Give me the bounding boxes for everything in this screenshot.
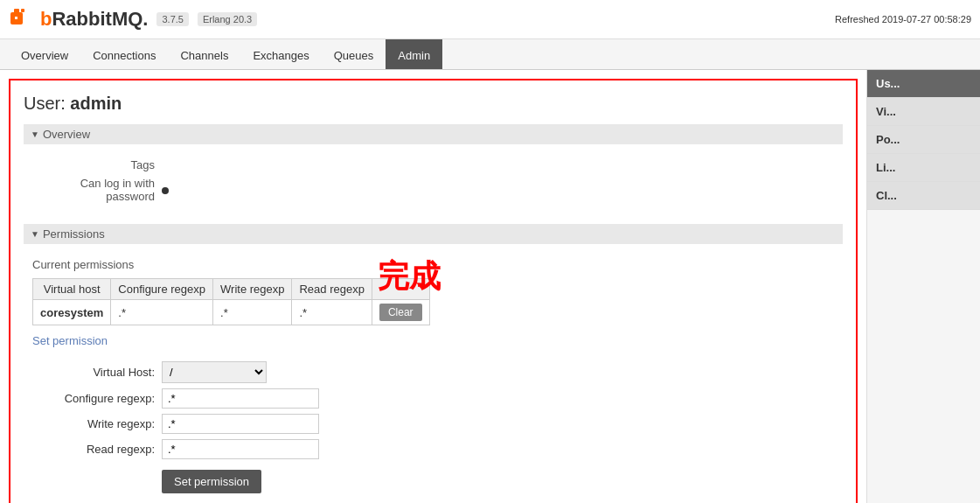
main-nav: Overview Connections Channels Exchanges …: [0, 39, 980, 70]
nav-channels[interactable]: Channels: [168, 39, 240, 69]
main-layout: User: admin ▼ Overview Tags Can log in w…: [0, 70, 980, 503]
version-badge: 3.7.5: [156, 12, 188, 26]
form-configure-row: Configure regexp:: [32, 388, 834, 409]
form-read-label: Read regexp:: [32, 443, 155, 456]
nav-admin[interactable]: Admin: [386, 39, 442, 69]
page-title-user: admin: [70, 94, 122, 113]
page-title: User: admin: [24, 94, 843, 114]
set-permission-form: Virtual Host: / Configure regexp: Write …: [24, 353, 843, 502]
nav-overview[interactable]: Overview: [9, 39, 80, 69]
set-permission-button[interactable]: Set permission: [162, 470, 261, 493]
overview-section-header[interactable]: ▼ Overview: [24, 124, 843, 144]
overview-section-label: Overview: [43, 128, 90, 141]
write-input[interactable]: [162, 414, 319, 434]
login-value: [162, 184, 169, 197]
nav-queues[interactable]: Queues: [322, 39, 386, 69]
clear-button[interactable]: Clear: [379, 304, 422, 321]
right-sidebar: Us... Vi... Po... Li... Cl...: [866, 70, 980, 503]
form-write-row: Write regexp:: [32, 414, 834, 434]
svg-rect-2: [21, 9, 24, 12]
login-dot-icon: [162, 187, 169, 194]
overview-arrow-icon: ▼: [31, 129, 39, 139]
form-write-label: Write regexp:: [32, 417, 155, 430]
permissions-section-header[interactable]: ▼ Permissions: [24, 224, 843, 244]
content-panel: User: admin ▼ Overview Tags Can log in w…: [9, 79, 858, 503]
page-title-prefix: User:: [24, 94, 66, 113]
logo-text: bRabbitMQ.: [40, 8, 148, 31]
row-configure: .*: [111, 300, 213, 325]
row-write: .*: [213, 300, 292, 325]
login-row: Can log in with password: [32, 177, 834, 203]
read-input[interactable]: [162, 439, 319, 459]
row-vhost: coresystem: [33, 300, 111, 325]
permissions-arrow-icon: ▼: [31, 229, 39, 239]
row-action: Clear: [372, 300, 429, 325]
permissions-table: Virtual host Configure regexp Write rege…: [32, 278, 430, 325]
sidebar-item-vi[interactable]: Vi...: [867, 98, 980, 126]
logo-b: b: [40, 8, 52, 30]
form-vhost-label: Virtual Host:: [32, 366, 155, 379]
form-configure-label: Configure regexp:: [32, 392, 155, 405]
set-permission-link[interactable]: Set permission: [32, 334, 834, 347]
nav-exchanges[interactable]: Exchanges: [240, 39, 321, 69]
sidebar-item-li[interactable]: Li...: [867, 154, 980, 182]
svg-rect-1: [14, 9, 19, 14]
erlang-badge: Erlang 20.3: [198, 12, 257, 26]
sidebar-item-cl[interactable]: Cl...: [867, 182, 980, 210]
sidebar-item-us[interactable]: Us...: [867, 70, 980, 98]
col-read: Read regexp: [292, 279, 372, 300]
tags-label: Tags: [32, 158, 155, 171]
col-write: Write regexp: [213, 279, 292, 300]
col-vhost: Virtual host: [33, 279, 111, 300]
tags-row: Tags: [32, 158, 834, 171]
table-row: coresystem .* .* .* Clear: [33, 300, 430, 325]
logo: bRabbitMQ.: [9, 5, 148, 33]
sidebar-item-po[interactable]: Po...: [867, 126, 980, 154]
configure-input[interactable]: [162, 388, 319, 409]
svg-rect-3: [15, 17, 17, 19]
header: bRabbitMQ. 3.7.5 Erlang 20.3 Refreshed 2…: [0, 0, 980, 39]
overview-content: Tags Can log in with password: [24, 153, 843, 213]
login-label: Can log in with password: [32, 177, 155, 203]
row-read: .*: [292, 300, 372, 325]
rabbitmq-logo-icon: [9, 5, 37, 33]
vhost-select[interactable]: /: [162, 361, 267, 383]
permissions-section-label: Permissions: [43, 227, 105, 241]
nav-connections[interactable]: Connections: [80, 39, 168, 69]
refresh-info: Refreshed 2019-07-27 00:58:29: [835, 14, 971, 24]
col-configure: Configure regexp: [111, 279, 213, 300]
form-read-row: Read regexp:: [32, 439, 834, 459]
form-vhost-row: Virtual Host: /: [32, 361, 834, 383]
completion-text: 完成: [378, 255, 441, 298]
header-right: Refreshed 2019-07-27 00:58:29: [835, 14, 971, 24]
logo-area: bRabbitMQ. 3.7.5 Erlang 20.3: [9, 5, 257, 33]
